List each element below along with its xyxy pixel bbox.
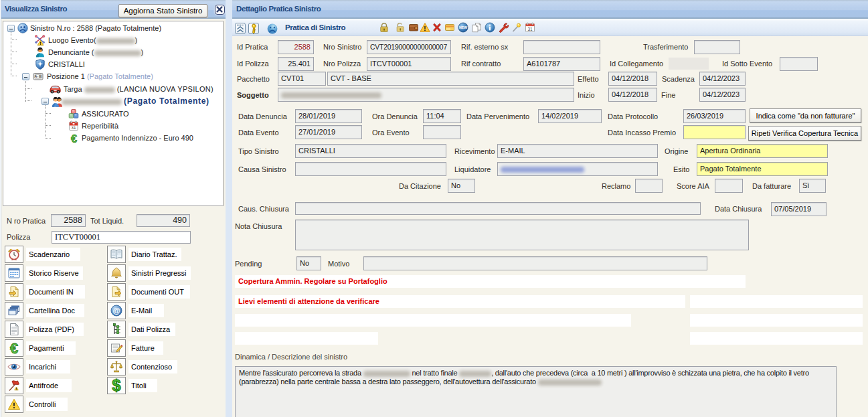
svg-text:$: $ [112,378,121,394]
svg-text:@: @ [112,307,120,315]
svg-text:31: 31 [527,27,533,31]
svg-text:€: € [71,133,77,144]
svg-text:NEW: NEW [459,25,467,29]
svg-text:31: 31 [72,125,76,130]
svg-text:€: € [10,341,18,355]
svg-text:A·B: A·B [34,74,41,78]
